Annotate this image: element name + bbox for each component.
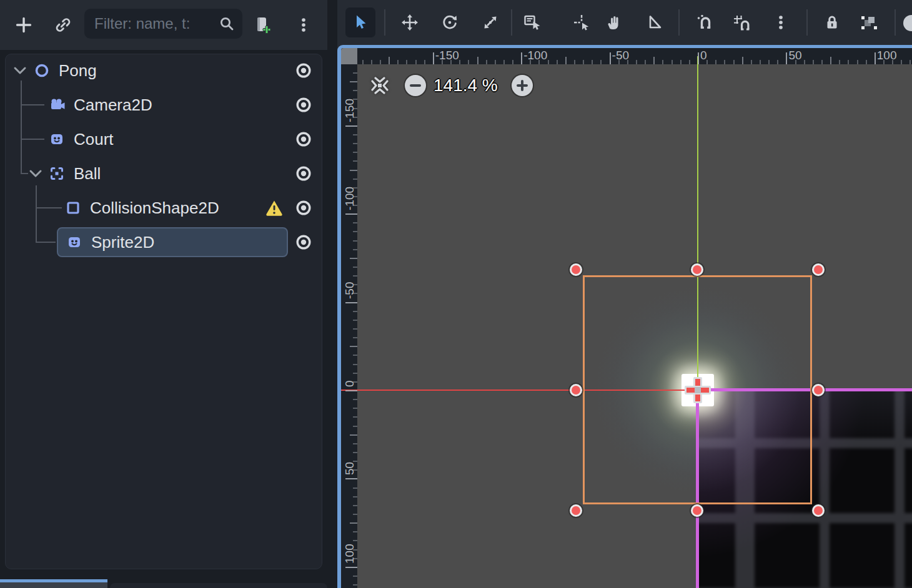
pan-tool-button[interactable] xyxy=(600,10,625,35)
visibility-toggle[interactable] xyxy=(294,164,314,184)
v-ruler-label: 50 xyxy=(343,462,357,475)
ruler-tick xyxy=(353,364,357,365)
ruler-tick xyxy=(353,134,357,135)
ruler-tick xyxy=(353,416,357,418)
viewport-canvas[interactable]: 141.4 % xyxy=(357,64,912,588)
tree-row-court[interactable]: Court xyxy=(6,124,322,154)
ruler-tick xyxy=(662,60,663,64)
node-label: Sprite2D xyxy=(91,233,154,252)
tree-row-pong[interactable]: Pong xyxy=(6,56,322,86)
visibility-toggle[interactable] xyxy=(294,129,314,149)
ruler-tick xyxy=(786,52,787,64)
ruler-tick xyxy=(345,213,357,215)
ruler-tick xyxy=(565,57,567,64)
center-view-button[interactable] xyxy=(367,73,392,98)
resize-handle-bottom-right[interactable] xyxy=(812,504,825,517)
add-node-button[interactable] xyxy=(6,7,41,42)
ruler-tick xyxy=(345,478,357,479)
ruler-tick xyxy=(645,60,646,64)
ruler-tick xyxy=(574,60,575,64)
ruler-tool-button[interactable] xyxy=(642,10,667,35)
tree-row-camera2d[interactable]: Camera2D xyxy=(6,90,322,120)
ruler-tick xyxy=(777,60,778,64)
ruler-tick xyxy=(345,567,357,568)
node-warning-icon[interactable] xyxy=(265,198,284,217)
rotate-icon xyxy=(440,13,459,32)
canvas-toolbar xyxy=(337,0,912,45)
ruler-tick xyxy=(733,60,735,64)
ruler-tick xyxy=(353,355,357,356)
ruler-tick xyxy=(371,60,372,64)
zoom-out-button[interactable] xyxy=(405,75,426,96)
visibility-toggle[interactable] xyxy=(294,95,314,115)
resize-handle-left[interactable] xyxy=(570,384,582,396)
center-view-icon xyxy=(367,73,392,98)
grid-magnet-icon xyxy=(732,13,751,32)
ruler-tick xyxy=(521,52,522,64)
position-gizmo[interactable] xyxy=(683,376,712,404)
zoom-percent[interactable]: 141.4 % xyxy=(434,76,498,96)
h-ruler-label: 0 xyxy=(700,49,707,62)
collapse-chevron-icon[interactable] xyxy=(12,65,28,76)
ruler-tick xyxy=(353,531,357,532)
resize-handle-bottom-left[interactable] xyxy=(570,504,582,517)
ruler-tick xyxy=(742,57,743,64)
ruler-tick xyxy=(406,60,407,64)
resize-handle-right[interactable] xyxy=(812,384,825,396)
vertical-ruler[interactable]: -150-100-50050100 xyxy=(341,64,357,588)
skeleton-options-icon[interactable] xyxy=(903,15,912,31)
rotate-tool-button[interactable] xyxy=(437,10,462,35)
node-label: Court xyxy=(74,130,114,149)
instance-scene-button[interactable] xyxy=(46,7,81,42)
resize-handle-top[interactable] xyxy=(691,263,703,276)
dock-tab[interactable] xyxy=(0,582,107,588)
visibility-toggle[interactable] xyxy=(294,61,314,81)
sprite2d-icon xyxy=(66,233,83,251)
resize-handle-top-left[interactable] xyxy=(570,263,582,276)
snap-cursor-tool-button[interactable] xyxy=(569,10,594,35)
ruler-tick xyxy=(353,328,357,330)
resize-handle-bottom[interactable] xyxy=(691,504,703,517)
scene-menu-button[interactable] xyxy=(286,7,321,42)
tree-guide xyxy=(36,242,56,243)
ruler-tick xyxy=(345,125,357,127)
select-tool-button[interactable] xyxy=(345,7,375,37)
toolbar-separator xyxy=(511,9,512,36)
zoom-in-button[interactable] xyxy=(512,75,533,96)
ruler-tick xyxy=(459,60,460,64)
ruler-tick xyxy=(477,57,478,64)
ruler-tick xyxy=(433,52,434,64)
h-ruler-label: 100 xyxy=(877,49,897,62)
ruler-tick xyxy=(380,60,381,64)
ruler-tick xyxy=(557,60,558,64)
h-ruler-label: -100 xyxy=(523,49,547,62)
attach-script-button[interactable] xyxy=(245,7,280,42)
node-label: Pong xyxy=(59,61,97,81)
group-selected-button[interactable] xyxy=(856,10,881,35)
smart-snap-button[interactable] xyxy=(692,10,717,35)
node-label: CollisionShape2D xyxy=(90,198,219,218)
scale-tool-button[interactable] xyxy=(478,10,503,35)
scene-dock: Pong Camera2D xyxy=(0,0,327,588)
lock-selected-button[interactable] xyxy=(820,10,845,35)
ruler-tick xyxy=(857,60,858,64)
grid-snap-button[interactable] xyxy=(729,10,754,35)
hand-pan-icon xyxy=(603,13,622,32)
tree-row-sprite2d[interactable]: Sprite2D xyxy=(57,227,288,257)
list-select-tool-button[interactable] xyxy=(519,10,544,35)
visibility-toggle[interactable] xyxy=(294,198,314,218)
visibility-toggle[interactable] xyxy=(294,232,314,252)
resize-handle-top-right[interactable] xyxy=(812,263,825,276)
search-icon xyxy=(217,14,236,33)
list-select-icon xyxy=(522,13,541,32)
tree-row-ball[interactable]: Ball xyxy=(6,159,322,189)
ruler-corner xyxy=(341,48,357,64)
move-tool-button[interactable] xyxy=(397,10,422,35)
ruler-tick xyxy=(495,60,496,64)
h-ruler-label: -50 xyxy=(612,49,629,62)
snap-options-menu-button[interactable] xyxy=(768,10,793,35)
eye-icon xyxy=(294,129,314,149)
collapse-chevron-icon[interactable] xyxy=(27,168,44,179)
horizontal-ruler[interactable]: -150-100-50050100 xyxy=(357,48,912,64)
area2d-icon xyxy=(48,165,66,182)
